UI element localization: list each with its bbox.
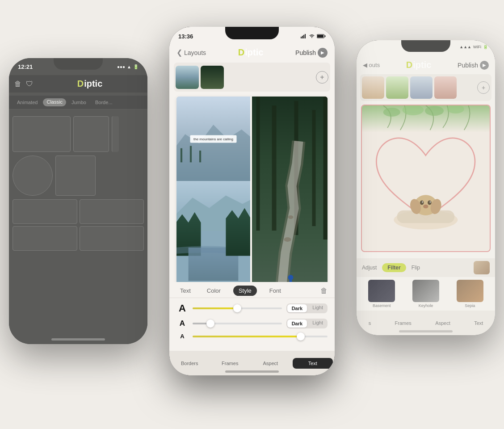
right-status-bar: ▲▲▲ WiFi 🔋	[364, 45, 488, 49]
filter-basement[interactable]: Basement	[368, 280, 395, 308]
scene: 12:21 ●●● ▲ 🔋 🗑 🛡 Diptic Animated Classi…	[0, 0, 504, 429]
layout-row-3	[13, 199, 144, 251]
slider-1-track[interactable]	[193, 307, 282, 309]
layout-cell-circle[interactable]	[13, 156, 53, 196]
slider-row-1: A Dark Light	[176, 303, 328, 314]
center-publish-arrow[interactable]: ▶	[318, 48, 328, 58]
right-nav-tab-text[interactable]: Text	[474, 320, 483, 326]
bottom-tab-borders[interactable]: Borders	[169, 357, 210, 370]
center-thumb-2[interactable]	[201, 66, 224, 89]
toggle-light-1[interactable]: Light	[308, 303, 328, 313]
filter-img-sepia	[457, 280, 483, 302]
letter-a-lg: A	[176, 303, 188, 314]
trash-icon[interactable]: 🗑	[14, 80, 21, 88]
layout-cell-3[interactable]	[112, 116, 119, 152]
tab-border[interactable]: Borde...	[92, 98, 116, 106]
layout-cell-q2[interactable]	[80, 199, 144, 224]
center-thumb-1[interactable]	[176, 66, 199, 89]
filter-keyhole[interactable]: Keyhole	[412, 280, 439, 308]
svg-point-0	[383, 108, 400, 117]
diptic-d: D	[77, 79, 84, 89]
right-main-canvas	[361, 105, 491, 252]
layout-cell-1[interactable]	[13, 116, 71, 152]
right-publish-label[interactable]: Publish	[458, 62, 478, 69]
tab-animated[interactable]: Animated	[13, 98, 41, 106]
right-filter-tab-row: Adjust Filter Flip	[357, 258, 495, 277]
layout-row-1	[13, 116, 144, 152]
right-nav-tab-aspect[interactable]: Aspect	[435, 320, 450, 326]
left-filter-tabs: Animated Classic Jumbo Borde...	[9, 96, 147, 109]
canvas-image-forest	[252, 97, 328, 298]
layout-cell-rect[interactable]	[55, 156, 96, 196]
dark-light-toggle-2: Dark Light	[286, 319, 328, 328]
center-d: D	[238, 47, 244, 58]
toggle-dark-1[interactable]: Dark	[287, 304, 307, 312]
center-back-nav[interactable]: ❮ Layouts	[176, 48, 206, 57]
tab-color[interactable]: Color	[203, 286, 224, 296]
svg-rect-14	[301, 37, 302, 38]
slider-2-track[interactable]	[193, 323, 282, 324]
left-home-indicator	[51, 338, 105, 341]
right-app-header: ◀ outs Diptic Publish ▶	[357, 57, 495, 73]
tab-trash-icon[interactable]: 🗑	[320, 287, 328, 295]
layout-spacer	[98, 156, 107, 196]
tab-font[interactable]: Font	[266, 286, 285, 296]
bottom-tab-text[interactable]: Text	[293, 358, 333, 369]
tab-style[interactable]: Style	[233, 286, 257, 296]
canvas-image-lake	[176, 181, 250, 298]
right-phone: ▲▲▲ WiFi 🔋 ◀ outs Diptic Publish ▶	[357, 40, 495, 335]
toggle-dark-2[interactable]: Dark	[287, 320, 307, 328]
tab-adjust[interactable]: Adjust	[362, 265, 377, 271]
center-publish-area: Publish ▶	[295, 48, 328, 58]
right-publish-arrow[interactable]: ▶	[480, 61, 489, 70]
right-filter-thumbnails: Basement Keyhole Sepia	[357, 277, 495, 311]
bottom-tab-frames[interactable]: Frames	[210, 357, 251, 370]
slider-3-track[interactable]	[193, 336, 328, 337]
toggle-light-2[interactable]: Light	[308, 319, 328, 328]
tab-filter[interactable]: Filter	[382, 263, 406, 272]
svg-rect-19	[325, 35, 326, 37]
right-thumb-3[interactable]	[410, 76, 433, 99]
right-thumb-4[interactable]	[434, 76, 457, 99]
letter-a-md: A	[176, 319, 188, 328]
right-publish-area: Publish ▶	[458, 61, 489, 70]
right-thumb-2[interactable]	[386, 76, 408, 99]
center-add-button[interactable]: +	[316, 71, 328, 84]
layout-cell-q1[interactable]	[13, 199, 77, 224]
bottom-tab-aspect[interactable]: Aspect	[250, 357, 291, 370]
shield-icon[interactable]: 🛡	[26, 80, 33, 88]
tab-flip[interactable]: Flip	[412, 265, 420, 271]
filter-sepia[interactable]: Sepia	[457, 280, 483, 308]
center-main-tabs: Text Color Style Font 🗑	[169, 282, 335, 298]
center-app-header: ❮ Layouts Diptic Publish ▶	[169, 44, 335, 61]
tab-jumbo[interactable]: Jumbo	[68, 98, 90, 106]
layout-cell-q3[interactable]	[13, 226, 77, 251]
slider-row-2: A Dark Light	[176, 319, 328, 328]
tab-classic[interactable]: Classic	[43, 98, 66, 106]
battery-icon	[317, 34, 326, 38]
svg-rect-29	[272, 105, 277, 231]
right-add-button[interactable]: +	[477, 81, 490, 94]
layout-cell-q4[interactable]	[80, 226, 144, 251]
right-nav-tab-frames[interactable]: Frames	[395, 320, 412, 326]
svg-rect-23	[190, 146, 192, 162]
svg-point-3	[447, 105, 464, 114]
left-layout-grid	[13, 116, 144, 317]
tab-text[interactable]: Text	[176, 286, 194, 296]
right-back-label[interactable]: ◀ outs	[363, 62, 380, 68]
svg-rect-17	[305, 34, 306, 38]
svg-rect-15	[302, 36, 303, 38]
right-nav-tab-s[interactable]: s	[369, 320, 371, 326]
wifi-icon	[309, 34, 315, 38]
svg-rect-22	[181, 148, 182, 163]
right-thumb-1[interactable]	[362, 76, 384, 99]
center-publish-label[interactable]: Publish	[295, 49, 316, 56]
canvas-text-overlay[interactable]: the mountains are calling	[190, 135, 237, 143]
svg-point-2	[425, 106, 444, 116]
svg-point-34	[288, 215, 294, 219]
filter-label-basement: Basement	[373, 303, 391, 308]
layout-cell-2[interactable]	[73, 116, 109, 152]
filter-label-sepia: Sepia	[465, 303, 475, 308]
left-status-bar: 12:21 ●●● ▲ 🔋	[18, 63, 139, 71]
center-photo-strip: +	[174, 63, 330, 92]
